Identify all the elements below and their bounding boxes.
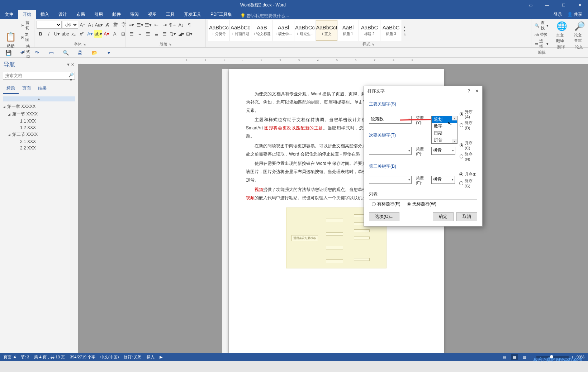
- check-button[interactable]: 🔎论文查重: [572, 20, 587, 44]
- primary-sortby-select[interactable]: 段落数▾: [369, 116, 412, 124]
- search-input[interactable]: [3, 72, 75, 80]
- login-button[interactable]: 登录: [554, 11, 562, 18]
- status-page-pos[interactable]: 第 4 页，共 13 页: [34, 354, 65, 360]
- tree-item[interactable]: 2.1 XXX: [1, 138, 76, 145]
- multilevel-icon[interactable]: ☷▾: [144, 21, 152, 29]
- highlight-icon[interactable]: ab▾: [94, 30, 102, 38]
- tab-design[interactable]: 设计: [54, 10, 72, 19]
- minimize-button[interactable]: —: [539, 0, 555, 10]
- tab-review[interactable]: 审阅: [125, 10, 143, 19]
- style-item[interactable]: AaBbCc+ 分类号: [208, 20, 230, 41]
- tab-pdf[interactable]: PDF工具集: [206, 10, 237, 19]
- customize-icon[interactable]: ▾: [105, 49, 112, 56]
- print-preview-icon[interactable]: 🔍: [62, 49, 69, 56]
- print-layout-icon[interactable]: ▦: [511, 354, 518, 360]
- copy-button[interactable]: ⎘复制: [20, 32, 32, 43]
- font-size-select[interactable]: 小四: [62, 21, 78, 29]
- tab-home[interactable]: 开始: [18, 10, 36, 19]
- tab-file[interactable]: 文件: [0, 10, 18, 19]
- options-button[interactable]: 选项(O)...: [369, 212, 399, 221]
- undo-icon[interactable]: ↶: [19, 49, 26, 56]
- tab-insert[interactable]: 插入: [36, 10, 54, 19]
- dropdown-item-date[interactable]: 日期: [432, 130, 457, 137]
- justify-icon[interactable]: ≣: [152, 30, 160, 38]
- style-item[interactable]: AaBl标题 1: [337, 20, 359, 41]
- dialog-help-icon[interactable]: ?: [468, 89, 470, 94]
- save-icon[interactable]: 💾: [5, 49, 11, 56]
- tab-layout[interactable]: 布局: [72, 10, 90, 19]
- print-icon[interactable]: 🖶: [77, 49, 83, 56]
- paste-button[interactable]: 📋 粘贴: [2, 30, 19, 50]
- font-color-icon[interactable]: A▾: [103, 30, 110, 38]
- style-item[interactable]: AaBbC标题 3: [380, 20, 402, 41]
- style-item[interactable]: AaBbCc+ 封面日期: [230, 20, 251, 41]
- status-word-count[interactable]: 394/2719 个字: [70, 354, 95, 360]
- nav-close-icon[interactable]: ✕: [71, 62, 74, 67]
- dialog-close-icon[interactable]: ✕: [475, 89, 479, 94]
- tell-me-box[interactable]: 💡 告诉我您想要做什么...: [237, 13, 289, 19]
- style-scroll-up[interactable]: ▴: [404, 25, 407, 29]
- tertiary-sortby-select[interactable]: ▾: [369, 176, 412, 184]
- tree-item[interactable]: 1.2 XXX: [1, 124, 76, 131]
- tab-references[interactable]: 引用: [90, 10, 108, 19]
- strike-icon[interactable]: abc: [61, 30, 69, 38]
- tab-view[interactable]: 视图: [143, 10, 161, 19]
- styles-launcher[interactable]: ⬊: [372, 43, 375, 46]
- document-canvas[interactable]: 为使您的文档具有专业外观，Word 提供了页眉、页脚、封面和文本框设计，这些设计…: [78, 64, 588, 353]
- vertical-ruler[interactable]: [222, 69, 229, 353]
- status-track[interactable]: 修订: 关闭: [124, 354, 142, 360]
- tab-tools[interactable]: 工具: [161, 10, 179, 19]
- align-left-icon[interactable]: ☰: [128, 30, 136, 38]
- indent-inc-icon[interactable]: ⇥: [161, 21, 169, 29]
- translate-button[interactable]: 🌐全文翻译: [554, 20, 569, 44]
- ok-button[interactable]: 确定: [433, 212, 454, 221]
- bold-icon[interactable]: B: [37, 30, 44, 38]
- change-case-icon[interactable]: Aa▾: [95, 21, 103, 29]
- underline-icon[interactable]: U▾: [53, 30, 61, 38]
- shrink-font-icon[interactable]: A↓: [87, 21, 95, 29]
- primary-desc-radio[interactable]: 降序(D): [460, 120, 477, 130]
- tab-developer[interactable]: 开发工具: [179, 10, 206, 19]
- line-spacing-icon[interactable]: ⇅▾: [169, 30, 177, 38]
- nav-dropdown-icon[interactable]: ▼: [66, 62, 70, 67]
- align-right-icon[interactable]: ☰: [144, 30, 152, 38]
- status-language[interactable]: 中文(中国): [100, 354, 119, 360]
- secondary-desc-radio[interactable]: 降序(N): [460, 152, 477, 161]
- align-center-icon[interactable]: ≡: [136, 30, 144, 38]
- bullets-icon[interactable]: ≡▾: [128, 21, 136, 29]
- tree-item[interactable]: 2.2 XXX: [1, 145, 76, 151]
- shading-icon[interactable]: ◢▾: [177, 30, 185, 38]
- read-mode-icon[interactable]: ▤: [501, 354, 508, 360]
- cancel-button[interactable]: 取消: [456, 212, 477, 221]
- tree-item[interactable]: 1.1 XXX: [1, 118, 76, 124]
- primary-asc-radio[interactable]: 升序(A): [460, 109, 477, 119]
- superscript-icon[interactable]: x²: [78, 30, 86, 38]
- tree-item[interactable]: ◢第一节 XXXX: [1, 110, 76, 118]
- status-insert[interactable]: 插入: [147, 354, 155, 360]
- grow-font-icon[interactable]: A↑: [79, 21, 86, 29]
- dropdown-scroll-down[interactable]: ▾: [452, 139, 457, 143]
- tertiary-desc-radio[interactable]: 降序(G): [459, 178, 477, 188]
- text-effects-icon[interactable]: A▾: [86, 30, 94, 38]
- char-shading-icon[interactable]: A: [111, 30, 119, 38]
- distribute-icon[interactable]: ☰: [161, 30, 169, 38]
- style-item[interactable]: AaBbCcI+ 正文: [316, 20, 337, 41]
- borders-icon[interactable]: ⊞▾: [185, 30, 193, 38]
- header-row-radio[interactable]: 有标题行(R): [372, 201, 400, 207]
- tree-item[interactable]: ◢第一章 XXXXX: [1, 103, 76, 110]
- tertiary-type-select[interactable]: 拼音▾: [431, 176, 455, 184]
- open-icon[interactable]: 📂: [91, 49, 98, 56]
- nav-collapse-bar[interactable]: ▲: [3, 96, 75, 101]
- dropdown-item-number[interactable]: 数字: [432, 123, 457, 130]
- new-icon[interactable]: ▭: [48, 49, 54, 56]
- show-marks-icon[interactable]: ¶: [185, 21, 193, 29]
- style-item[interactable]: AaBbC标题 2: [359, 20, 380, 41]
- italic-icon[interactable]: I: [45, 30, 53, 38]
- nav-tab-results[interactable]: 结果: [34, 84, 50, 94]
- replace-button[interactable]: ab替换: [534, 32, 550, 38]
- no-header-row-radio[interactable]: 无标题行(W): [407, 201, 436, 207]
- indent-dec-icon[interactable]: ⇤: [152, 21, 160, 29]
- horizontal-ruler[interactable]: L 3 2 1 · 1 2 3 4 5 6 7 8 9: [78, 58, 588, 64]
- select-button[interactable]: ▭选择▾: [534, 38, 550, 49]
- dropdown-scroll-up[interactable]: ▴: [452, 116, 457, 120]
